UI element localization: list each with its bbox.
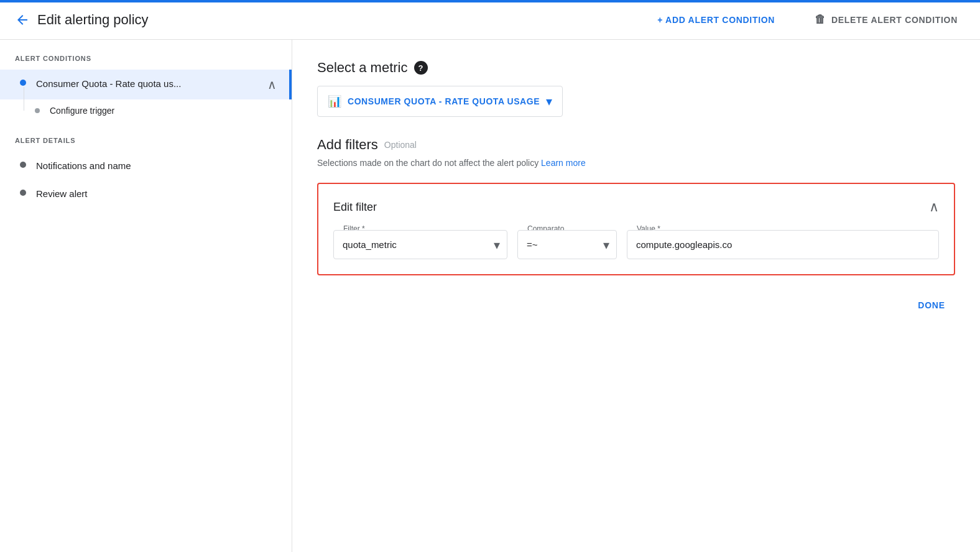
done-button[interactable]: DONE (908, 295, 955, 315)
collapse-icon[interactable]: ∧ (929, 199, 939, 215)
metric-heading: Select a metric ? (317, 60, 955, 76)
filter-field: Filter * quota_metric ▾ (333, 230, 507, 259)
sidebar-item-notifications[interactable]: Notifications and name (0, 152, 292, 180)
done-row: DONE (317, 290, 955, 315)
filters-heading-text: Add filters (317, 137, 378, 153)
sidebar-subitem-configure-trigger[interactable]: Configure trigger (0, 99, 292, 122)
header-actions: + ADD ALERT CONDITION 🗑 DELETE ALERT CON… (650, 8, 965, 31)
edit-filter-card: Edit filter ∧ Filter * quota_metric ▾ (317, 183, 955, 275)
content-area: Select a metric ? 📊 CONSUMER QUOTA - RAT… (292, 40, 980, 552)
chevron-up-icon: ∧ (267, 77, 277, 92)
comparator-select-wrapper: =~ ▾ (517, 230, 617, 259)
metric-dropdown-label: CONSUMER QUOTA - RATE QUOTA USAGE (348, 96, 540, 106)
trash-icon: 🗑 (815, 13, 826, 26)
add-alert-condition-button[interactable]: + ADD ALERT CONDITION (650, 10, 782, 30)
sidebar-item-label: Consumer Quota - Rate quota us... (36, 77, 262, 90)
sidebar-item-notifications-label: Notifications and name (36, 159, 277, 172)
dot-notifications (20, 162, 26, 168)
edit-filter-title: Edit filter (333, 201, 377, 214)
metric-heading-text: Select a metric (317, 60, 408, 76)
value-input-wrapper (627, 230, 939, 259)
sub-dot (35, 108, 40, 113)
sidebar-item-review-alert[interactable]: Review alert (0, 180, 292, 208)
filters-section: Add filters Optional Selections made on … (317, 137, 955, 315)
main-layout: ALERT CONDITIONS Consumer Quota - Rate q… (0, 40, 980, 552)
alert-details-label: ALERT DETAILS (0, 137, 292, 152)
delete-alert-condition-button[interactable]: 🗑 DELETE ALERT CONDITION (807, 8, 965, 31)
filters-description: Selections made on the chart do not affe… (317, 158, 955, 168)
active-indicator (289, 70, 292, 99)
edit-filter-header: Edit filter ∧ (333, 199, 939, 215)
filter-select[interactable]: quota_metric (333, 230, 507, 259)
page-title: Edit alerting policy (37, 12, 149, 28)
help-icon[interactable]: ? (414, 61, 428, 75)
connector-line (24, 87, 24, 111)
header: Edit alerting policy + ADD ALERT CONDITI… (0, 0, 980, 40)
filters-optional-label: Optional (384, 140, 417, 150)
sidebar-item-review-label: Review alert (36, 187, 277, 200)
filter-select-wrapper: quota_metric ▾ (333, 230, 507, 259)
metric-chevron-icon: ▾ (546, 94, 552, 109)
metric-dropdown[interactable]: 📊 CONSUMER QUOTA - RATE QUOTA USAGE ▾ (317, 86, 563, 117)
learn-more-link[interactable]: Learn more (541, 158, 586, 168)
dot-review (20, 190, 26, 196)
chart-icon: 📊 (328, 94, 341, 108)
comparator-field: Comparato... =~ ▾ (517, 230, 617, 259)
active-dot (20, 80, 26, 86)
sidebar: ALERT CONDITIONS Consumer Quota - Rate q… (0, 40, 292, 552)
alert-conditions-label: ALERT CONDITIONS (0, 55, 292, 70)
value-input[interactable] (627, 230, 939, 259)
back-button[interactable] (15, 12, 30, 27)
comparator-select[interactable]: =~ (517, 230, 617, 259)
sidebar-item-consumer-quota[interactable]: Consumer Quota - Rate quota us... ∧ (0, 70, 292, 99)
metric-section: Select a metric ? 📊 CONSUMER QUOTA - RAT… (317, 60, 955, 117)
filter-row: Filter * quota_metric ▾ Comparato... =~ … (333, 230, 939, 259)
filters-heading: Add filters Optional (317, 137, 955, 153)
sub-item-label: Configure trigger (50, 106, 114, 116)
value-field: Value * (627, 230, 939, 259)
